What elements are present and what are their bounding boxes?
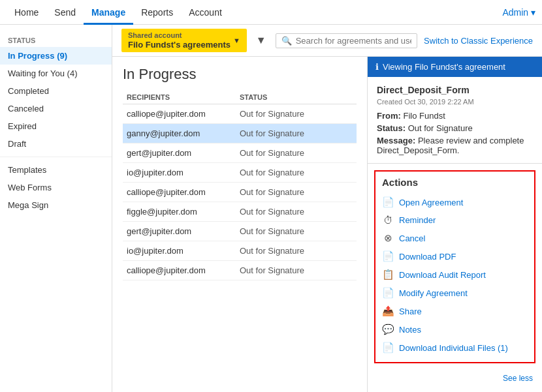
action-label: Download PDF <box>399 252 456 262</box>
table-row[interactable]: figgle@jupiter.domOut for Signature <box>123 202 357 222</box>
switch-classic-link[interactable]: Switch to Classic Experience <box>424 36 533 46</box>
created-date: Created Oct 30, 2019 2:22 AM <box>377 98 533 106</box>
sidebar-item-waiting[interactable]: Waiting for You (4) <box>0 65 112 82</box>
status-cell: Out for Signature <box>240 226 353 236</box>
agreement-list: In Progress Recipients Status calliope@j… <box>112 57 367 392</box>
status-cell: Out for Signature <box>240 207 353 217</box>
shared-account-label: Shared account <box>128 31 231 39</box>
recipient-cell: gert@jupiter.dom <box>127 148 240 158</box>
action-label: Open Agreement <box>399 198 463 207</box>
filter-icon: ▼ <box>256 35 266 46</box>
action-item[interactable]: 📤Share <box>382 302 528 320</box>
action-icon: 📄 <box>382 196 394 208</box>
action-icon: ⏱ <box>382 215 394 226</box>
sidebar-item-web-forms[interactable]: Web Forms <box>0 179 112 196</box>
status-section-label: STATUS <box>0 31 112 47</box>
status-label: Status: <box>377 123 406 133</box>
doc-title: Direct_Deposit_Form <box>377 85 533 95</box>
status-row: Status: Out for Signature <box>377 123 533 133</box>
table-row[interactable]: calliope@jupiter.domOut for Signature <box>123 183 357 202</box>
action-label: Download Audit Report <box>399 270 486 280</box>
action-icon: 📄 <box>382 250 394 262</box>
action-label: Reminder <box>399 215 436 225</box>
nav-account[interactable]: Account <box>181 0 230 25</box>
table-row[interactable]: calliope@jupiter.domOut for Signature <box>123 261 357 280</box>
recipient-cell: gert@jupiter.dom <box>127 226 240 236</box>
action-items-container: 📄Open Agreement⏱Reminder⊗Cancel📄Download… <box>382 193 528 357</box>
from-label: From: <box>377 111 401 121</box>
filter-button[interactable]: ▼ <box>253 33 269 48</box>
action-icon: 📋 <box>382 269 394 280</box>
nav-manage[interactable]: Manage <box>84 0 133 25</box>
table-row[interactable]: io@jupiter.domOut for Signature <box>123 241 357 261</box>
sidebar-item-draft[interactable]: Draft <box>0 135 112 153</box>
nav-send[interactable]: Send <box>46 0 84 25</box>
action-label: Download Individual Files (1) <box>399 343 508 353</box>
panel-header: ℹ Viewing Filo Fundst's agreement <box>368 57 542 77</box>
sidebar-item-canceled[interactable]: Canceled <box>0 100 112 117</box>
status-cell: Out for Signature <box>240 148 353 158</box>
actions-title: Actions <box>382 177 528 188</box>
from-row: From: Filo Fundst <box>377 111 533 121</box>
action-icon: 💬 <box>382 324 394 335</box>
action-item[interactable]: 📄Open Agreement <box>382 193 528 211</box>
header-bar: Shared account Filo Fundst's agreements … <box>112 25 542 57</box>
admin-menu[interactable]: Admin ▾ <box>502 7 535 18</box>
recipient-cell: ganny@jupiter.dom <box>127 128 240 138</box>
col-recipients: Recipients <box>127 93 240 101</box>
search-icon: 🔍 <box>281 36 292 46</box>
content-area: Shared account Filo Fundst's agreements … <box>112 25 542 392</box>
search-box: 🔍 <box>276 33 417 48</box>
action-icon: 📤 <box>382 305 394 317</box>
recipient-cell: io@jupiter.dom <box>127 168 240 177</box>
recipient-cell: figgle@jupiter.dom <box>127 207 240 217</box>
table-row[interactable]: gert@jupiter.domOut for Signature <box>123 222 357 241</box>
status-cell: Out for Signature <box>240 246 353 256</box>
sidebar-item-templates[interactable]: Templates <box>0 161 112 179</box>
sidebar-divider <box>0 157 112 157</box>
action-item[interactable]: ⊗Cancel <box>382 229 528 247</box>
table-body: calliope@jupiter.domOut for Signaturegan… <box>123 104 357 280</box>
status-value: Out for Signature <box>408 123 473 133</box>
status-cell: Out for Signature <box>240 109 353 119</box>
info-icon: ℹ <box>375 62 379 72</box>
table-header: Recipients Status <box>123 91 357 104</box>
action-item[interactable]: 💬Notes <box>382 320 528 339</box>
action-item[interactable]: 📋Download Audit Report <box>382 265 528 284</box>
status-cell: Out for Signature <box>240 168 353 177</box>
message-label: Message: <box>377 136 415 145</box>
top-navigation: Home Send Manage Reports Account Admin ▾ <box>0 0 542 25</box>
table-row[interactable]: ganny@jupiter.domOut for Signature <box>123 124 357 143</box>
account-name: Filo Fundst's agreements <box>128 40 231 50</box>
sidebar-item-mega-sign[interactable]: Mega Sign <box>0 196 112 214</box>
right-panel: ℹ Viewing Filo Fundst's agreement Direct… <box>367 57 542 392</box>
main-layout: STATUS In Progress (9) Waiting for You (… <box>0 25 542 392</box>
account-selector[interactable]: Shared account Filo Fundst's agreements … <box>121 29 247 52</box>
recipient-cell: calliope@jupiter.dom <box>127 187 240 197</box>
action-item[interactable]: 📄Modify Agreement <box>382 284 528 302</box>
action-label: Share <box>399 307 422 316</box>
table-row[interactable]: gert@jupiter.domOut for Signature <box>123 143 357 163</box>
chevron-down-icon: ▼ <box>233 37 240 44</box>
see-less-button[interactable]: See less <box>368 370 542 387</box>
table-row[interactable]: io@jupiter.domOut for Signature <box>123 163 357 183</box>
action-item[interactable]: ⏱Reminder <box>382 211 528 229</box>
nav-reports[interactable]: Reports <box>133 0 181 25</box>
message-row: Message: Please review and complete Dire… <box>377 136 533 155</box>
action-item[interactable]: 📄Download PDF <box>382 247 528 265</box>
nav-home[interactable]: Home <box>7 0 46 25</box>
table-row[interactable]: calliope@jupiter.domOut for Signature <box>123 104 357 124</box>
sidebar-item-expired[interactable]: Expired <box>0 117 112 135</box>
list-title: In Progress <box>123 66 357 83</box>
status-cell: Out for Signature <box>240 128 353 138</box>
action-icon: 📄 <box>382 287 394 299</box>
search-input[interactable] <box>296 36 411 46</box>
sidebar-item-in-progress[interactable]: In Progress (9) <box>0 47 112 65</box>
action-label: Notes <box>399 325 421 335</box>
sidebar-item-completed[interactable]: Completed <box>0 82 112 100</box>
action-icon: ⊗ <box>382 232 394 244</box>
recipient-cell: calliope@jupiter.dom <box>127 265 240 275</box>
col-status: Status <box>240 93 353 101</box>
status-cell: Out for Signature <box>240 187 353 197</box>
action-item[interactable]: 📄Download Individual Files (1) <box>382 339 528 357</box>
